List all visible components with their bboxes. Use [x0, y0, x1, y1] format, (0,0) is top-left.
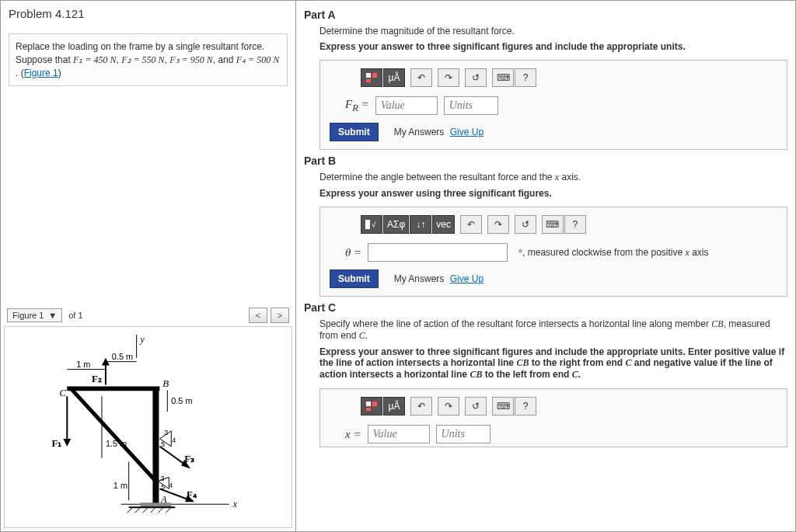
- force-f2: F₂: [92, 374, 102, 384]
- help-icon[interactable]: ?: [515, 397, 536, 416]
- template-icon[interactable]: [361, 68, 382, 87]
- figure-selector-bar: Figure 1 ▼ of 1 < >: [7, 308, 289, 323]
- problem-statement: Replace the loading on the frame by a si…: [9, 33, 288, 86]
- part-c-heading: Part C: [304, 301, 787, 314]
- part-c-eq: x =: [345, 428, 361, 441]
- figure-select-label: Figure 1: [12, 311, 44, 320]
- vec-button[interactable]: vec: [432, 215, 455, 234]
- pt-a: A: [160, 494, 167, 505]
- figure-canvas: y x C B A: [4, 326, 292, 528]
- part-c-instr: Express your answer to three significant…: [319, 346, 787, 381]
- tri-b3: 3: [160, 475, 164, 482]
- keyboard-icon[interactable]: ⌨: [542, 215, 564, 234]
- help-icon[interactable]: ?: [515, 68, 536, 87]
- svg-line-17: [159, 447, 187, 466]
- dim-1m: 1 m: [76, 360, 90, 369]
- part-a-toolbar: μÅ ↶ ↷ ↺ ⌨ ?: [361, 68, 777, 87]
- dim-05b: 0.5 m: [171, 396, 192, 405]
- undo-icon[interactable]: ↶: [410, 397, 432, 416]
- part-c-units-input[interactable]: [436, 425, 491, 443]
- part-a-links: My Answers Give Up: [394, 127, 484, 137]
- updown-icon[interactable]: ↓↑: [410, 215, 431, 234]
- units-button[interactable]: μÅ: [383, 68, 405, 87]
- dim-05a: 0.5 m: [112, 352, 133, 361]
- part-b-value-input[interactable]: [368, 243, 508, 262]
- chevron-down-icon: ▼: [48, 311, 57, 320]
- my-answers-label: My Answers: [394, 273, 445, 284]
- keyboard-icon[interactable]: ⌨: [492, 397, 514, 416]
- part-b-submit-button[interactable]: Submit: [330, 269, 379, 288]
- tri-b5: 5: [161, 483, 165, 491]
- svg-marker-14: [63, 439, 71, 447]
- svg-rect-28: [366, 73, 371, 78]
- figure-select[interactable]: Figure 1 ▼: [7, 308, 62, 322]
- svg-rect-31: [365, 220, 370, 229]
- stmt-f1: F₁ = 450 N: [73, 54, 116, 65]
- stmt-f2: F₂ = 550 N: [121, 54, 164, 65]
- reset-icon[interactable]: ↺: [515, 215, 536, 234]
- figure-link[interactable]: Figure 1: [24, 68, 58, 78]
- axis-x-label: x: [232, 499, 238, 509]
- part-a-sub: Determine the magnitude of the resultant…: [319, 26, 787, 37]
- part-a-submit-button[interactable]: Submit: [330, 123, 379, 141]
- part-c-toolbar: μÅ ↶ ↷ ↺ ⌨ ?: [361, 397, 777, 416]
- svg-rect-34: [372, 402, 377, 406]
- part-a-value-input[interactable]: [375, 96, 438, 115]
- figure-count: of 1: [65, 311, 86, 320]
- part-b-heading: Part B: [304, 155, 787, 167]
- pt-b: B: [162, 378, 169, 389]
- greek-button[interactable]: ΑΣφ: [383, 215, 409, 234]
- tri-b4: 4: [169, 482, 173, 489]
- part-a-instr: Express your answer to three significant…: [319, 41, 787, 52]
- pt-c: C: [59, 388, 66, 398]
- svg-line-7: [127, 507, 133, 513]
- force-f1: F₁: [51, 438, 61, 449]
- per: . (: [16, 68, 24, 78]
- svg-rect-29: [372, 73, 377, 78]
- give-up-link[interactable]: Give Up: [450, 273, 484, 284]
- part-c-answer-box: μÅ ↶ ↷ ↺ ⌨ ? x =: [319, 388, 787, 447]
- template-icon[interactable]: [361, 397, 382, 416]
- redo-icon[interactable]: ↷: [487, 215, 509, 234]
- units-button[interactable]: μÅ: [383, 397, 405, 416]
- dim-1mb: 1 m: [113, 481, 127, 490]
- redo-icon[interactable]: ↷: [438, 68, 459, 87]
- tri-a3: 3: [164, 429, 168, 436]
- part-a-eq: FR =: [345, 98, 369, 114]
- svg-line-10: [150, 507, 155, 513]
- svg-line-4: [71, 388, 155, 481]
- keyboard-icon[interactable]: ⌨: [492, 68, 514, 87]
- force-f3: F₃: [184, 454, 194, 464]
- redo-icon[interactable]: ↷: [438, 397, 459, 416]
- stmt-f3: F₃ = 950 N: [169, 54, 212, 65]
- dim-15m: 1.5 m: [106, 439, 127, 448]
- reset-icon[interactable]: ↺: [465, 397, 487, 416]
- undo-icon[interactable]: ↶: [410, 68, 432, 87]
- axis-y-label: y: [140, 334, 145, 345]
- undo-icon[interactable]: ↶: [460, 215, 482, 234]
- svg-text:√: √: [372, 221, 376, 229]
- part-b-eq: θ =: [345, 246, 361, 259]
- give-up-link[interactable]: Give Up: [450, 127, 484, 137]
- part-c-value-input[interactable]: [368, 425, 430, 443]
- and: , and: [213, 54, 236, 65]
- force-f4: F₄: [187, 489, 197, 500]
- svg-rect-35: [366, 408, 371, 411]
- part-b-links: My Answers Give Up: [394, 273, 484, 284]
- reset-icon[interactable]: ↺: [465, 68, 487, 87]
- svg-rect-30: [366, 79, 371, 82]
- stmt-f4: F₄ = 500 N: [236, 54, 279, 65]
- tri-a4: 4: [172, 436, 176, 444]
- figure-next-button[interactable]: >: [271, 308, 289, 323]
- tri-a5: 5: [161, 440, 165, 448]
- part-a-answer-box: μÅ ↶ ↷ ↺ ⌨ ? FR = Submit My Answers Give…: [319, 60, 787, 150]
- svg-line-12: [166, 507, 171, 513]
- help-icon[interactable]: ?: [564, 215, 586, 234]
- svg-line-11: [158, 507, 163, 513]
- sqrt-icon[interactable]: √: [361, 215, 382, 234]
- part-b-instr: Express your answer using three signific…: [319, 188, 787, 199]
- part-a-units-input[interactable]: [444, 96, 498, 115]
- figure-prev-button[interactable]: <: [249, 308, 267, 323]
- svg-line-9: [143, 507, 148, 513]
- part-b-answer-box: √ ΑΣφ ↓↑ vec ↶ ↷ ↺ ⌨ ? θ = °, measured c…: [319, 207, 787, 297]
